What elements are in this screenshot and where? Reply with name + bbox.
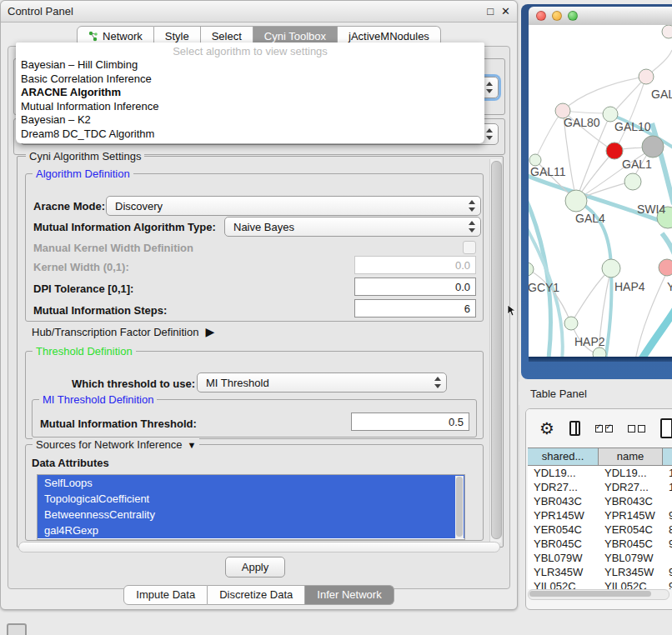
network-window-titlebar[interactable] bbox=[529, 7, 672, 26]
attribute-list-item[interactable]: TopologicalCoefficient bbox=[38, 491, 464, 507]
network-view-window: GALGAL80GAL10GAL11GAL1SWI4GAL4GCY1HAP4YH… bbox=[521, 4, 672, 379]
dropdown-item[interactable]: Mutual Information Inference bbox=[16, 100, 484, 114]
network-node[interactable] bbox=[662, 25, 672, 38]
tab-infer-network[interactable]: Infer Network bbox=[305, 585, 394, 605]
data-attributes-list[interactable]: SelfLoopsTopologicalCoefficientBetweenne… bbox=[37, 474, 465, 540]
network-edge[interactable] bbox=[563, 77, 646, 111]
table-row[interactable]: YDR27...YDR27...12 bbox=[528, 480, 672, 494]
kernel-width-input[interactable]: 0.0 bbox=[354, 256, 476, 274]
attribute-list-item[interactable]: BetweennessCentrality bbox=[38, 507, 464, 522]
mi-threshold-input[interactable]: 0.5 bbox=[351, 412, 469, 431]
network-node[interactable] bbox=[593, 348, 606, 357]
minimize-traffic-light[interactable] bbox=[552, 11, 562, 21]
dropdown-item[interactable]: ARACNE Algorithm bbox=[16, 86, 484, 100]
corner-widget-icon[interactable] bbox=[7, 623, 27, 635]
network-graph: GALGAL80GAL10GAL11GAL1SWI4GAL4GCY1HAP4YH… bbox=[529, 25, 672, 357]
table-cell: YPR145W bbox=[528, 508, 599, 522]
dropdown-item[interactable]: Dream8 DC_TDC Algorithm bbox=[16, 128, 484, 142]
network-canvas[interactable]: GALGAL80GAL10GAL11GAL1SWI4GAL4GCY1HAP4YH… bbox=[529, 25, 672, 357]
table-column-header[interactable]: shared... bbox=[528, 448, 599, 465]
mi-threshold-group-title: MI Threshold Definition bbox=[39, 393, 157, 406]
table-hscrollbar[interactable] bbox=[528, 589, 669, 600]
network-edge[interactable] bbox=[615, 77, 646, 150]
table-cell: YBR045C bbox=[528, 537, 599, 551]
table-cell: YIL052C bbox=[528, 579, 599, 589]
sources-group-title[interactable]: Sources for Network Inference▼ bbox=[33, 438, 199, 451]
dropdown-item[interactable]: Bayesian – Hill Climbing bbox=[16, 58, 484, 72]
hub-definition-toggle[interactable]: Hub/Transcription Factor Definition▶ bbox=[32, 325, 214, 338]
document-icon[interactable] bbox=[660, 418, 672, 438]
combo-stepper-icon bbox=[468, 221, 475, 232]
network-node[interactable] bbox=[564, 317, 578, 330]
network-node[interactable] bbox=[639, 69, 654, 84]
table-row[interactable]: YBR045CYBR045C9. bbox=[528, 537, 672, 551]
close-window-icon[interactable]: ✕ bbox=[501, 6, 510, 17]
table-row[interactable]: YBR043CYBR043C bbox=[528, 494, 672, 508]
network-node[interactable] bbox=[565, 190, 587, 212]
gear-icon[interactable]: ⚙ bbox=[539, 420, 554, 437]
mi-steps-input[interactable]: 6 bbox=[354, 299, 476, 318]
network-node[interactable] bbox=[529, 154, 541, 166]
dropdown-item[interactable]: Basic Correlation Inference bbox=[16, 72, 484, 87]
table-row[interactable]: YER054CYER054C8. bbox=[528, 522, 672, 537]
dropdown-prompt: Select algorithm to view settings bbox=[16, 42, 484, 58]
table-panel-titlebar: Table Panel bbox=[519, 382, 672, 405]
table-cell: 9. bbox=[663, 537, 672, 551]
table-cell: YBR043C bbox=[599, 494, 663, 508]
network-node[interactable] bbox=[659, 259, 672, 276]
screen: Control Panel □ ✕ NetworkStyleSelectCyni… bbox=[0, 0, 672, 635]
network-node[interactable] bbox=[624, 173, 641, 190]
network-node-label: GCY1 bbox=[529, 281, 559, 294]
apply-button[interactable]: Apply bbox=[225, 557, 285, 578]
table-row[interactable]: YDL19...YDL19...13 bbox=[528, 466, 672, 480]
settings-scrollbar[interactable] bbox=[489, 159, 501, 542]
cyni-toolbox-panel: gal-filtered sif default node Select alg… bbox=[8, 46, 510, 589]
network-edge[interactable] bbox=[641, 307, 672, 357]
table-row[interactable]: YPR145WYPR145W9. bbox=[528, 508, 672, 522]
tab-impute-data[interactable]: Impute Data bbox=[123, 585, 208, 605]
network-node[interactable] bbox=[606, 142, 623, 159]
aracne-mode-combobox[interactable]: Discovery bbox=[106, 196, 481, 216]
tab-label: Network bbox=[103, 30, 143, 42]
attributes-scrollbar[interactable] bbox=[455, 476, 464, 538]
settings-hscrollbar[interactable] bbox=[18, 542, 500, 552]
tab-label: Select bbox=[212, 30, 242, 42]
table-cell: 9 bbox=[663, 579, 672, 589]
table-cell: YDL19... bbox=[528, 466, 599, 480]
network-node[interactable] bbox=[529, 262, 534, 276]
network-edge[interactable] bbox=[535, 112, 561, 159]
tab-label: Cyni Toolbox bbox=[264, 30, 326, 42]
algorithm-dropdown-popup: Select algorithm to view settings Bayesi… bbox=[16, 42, 484, 143]
attribute-list-item[interactable]: SelfLoops bbox=[38, 475, 464, 491]
table-panel-window: ⚙ shared...name YDL19...YDL19...13YDR27.… bbox=[525, 408, 672, 610]
network-edge[interactable] bbox=[576, 117, 609, 200]
manual-kernel-width-label: Manual Kernel Width Definition bbox=[33, 242, 193, 254]
table-row[interactable]: YLR345WYLR345W9. bbox=[528, 565, 672, 579]
columns-icon[interactable] bbox=[569, 421, 580, 436]
attribute-list-item[interactable]: gal4RGexp bbox=[38, 522, 464, 538]
table-cell: YBR045C bbox=[599, 537, 663, 551]
table-body: YDL19...YDL19...13YDR27...YDR27...12YBR0… bbox=[528, 466, 672, 589]
dpi-tolerance-input[interactable]: 0.0 bbox=[354, 278, 476, 296]
table-row[interactable]: YIL052CYIL052C9 bbox=[528, 579, 672, 589]
which-threshold-combobox[interactable]: MI Threshold bbox=[197, 372, 447, 392]
table-cell: 9. bbox=[663, 508, 672, 522]
table-row[interactable]: YBL079WYBL079W bbox=[528, 551, 672, 565]
network-node[interactable] bbox=[602, 259, 620, 278]
table-cell: 8. bbox=[663, 522, 672, 537]
tab-discretize-data[interactable]: Discretize Data bbox=[208, 585, 305, 605]
zoom-traffic-light[interactable] bbox=[568, 11, 578, 21]
mi-algorithm-type-combobox[interactable]: Naive Bayes bbox=[224, 217, 481, 237]
dropdown-item[interactable]: Bayesian – K2 bbox=[16, 113, 484, 128]
manual-kernel-width-checkbox[interactable] bbox=[463, 241, 476, 254]
table-column-header[interactable]: name bbox=[599, 448, 663, 465]
collapsed-arrow-icon: ▶ bbox=[205, 325, 214, 338]
table-cell: 13 bbox=[663, 466, 672, 480]
table-column-header[interactable] bbox=[663, 448, 672, 465]
float-window-icon[interactable]: □ bbox=[487, 6, 494, 17]
close-traffic-light[interactable] bbox=[536, 11, 546, 21]
deselect-all-checkboxes-icon[interactable] bbox=[628, 425, 645, 432]
settings-scrollbar-thumb[interactable] bbox=[491, 161, 502, 539]
network-node[interactable] bbox=[642, 136, 664, 158]
select-all-checkboxes-icon[interactable] bbox=[595, 425, 613, 432]
